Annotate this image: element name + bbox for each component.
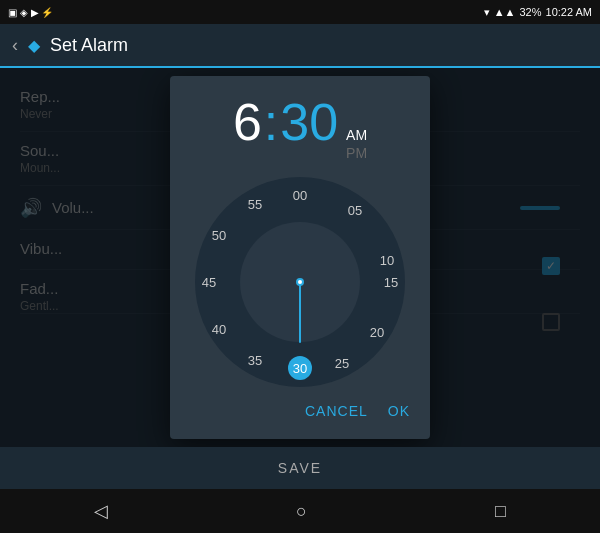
clock-num-45[interactable]: 45 bbox=[197, 270, 221, 294]
svg-point-2 bbox=[298, 280, 302, 284]
clock-face[interactable]: 00 05 10 15 20 25 30 35 40 bbox=[195, 177, 405, 387]
clock-num-40[interactable]: 40 bbox=[207, 317, 231, 341]
modal-overlay: 6 : 30 AM PM bbox=[0, 68, 600, 447]
cancel-button[interactable]: CANCEL bbox=[305, 403, 368, 419]
notification-icons: ▣ ◈ ▶ ⚡ bbox=[8, 7, 53, 18]
clock: 10:22 AM bbox=[546, 6, 592, 18]
back-button[interactable]: ‹ bbox=[12, 35, 18, 56]
am-option[interactable]: AM bbox=[346, 127, 367, 143]
time-colon: : bbox=[264, 96, 278, 148]
clock-num-55[interactable]: 55 bbox=[243, 192, 267, 216]
clock-num-35[interactable]: 35 bbox=[243, 348, 267, 372]
alarm-icon: ◆ bbox=[28, 36, 40, 55]
clock-num-25[interactable]: 25 bbox=[330, 351, 354, 375]
time-picker-dialog: 6 : 30 AM PM bbox=[170, 76, 430, 439]
pm-option[interactable]: PM bbox=[346, 145, 367, 161]
clock-container: 00 05 10 15 20 25 30 35 40 bbox=[195, 177, 405, 387]
time-display: 6 : 30 AM PM bbox=[190, 96, 410, 161]
main-content: Rep... Never Sou... Moun... 🔊 Volu... Vi… bbox=[0, 68, 600, 447]
battery-level: 32% bbox=[519, 6, 541, 18]
clock-num-10[interactable]: 10 bbox=[375, 248, 399, 272]
ampm-toggle[interactable]: AM PM bbox=[346, 127, 367, 161]
minute-display[interactable]: 30 bbox=[280, 96, 338, 148]
clock-num-50[interactable]: 50 bbox=[207, 223, 231, 247]
nav-bar: ◁ ○ □ bbox=[0, 489, 600, 533]
clock-num-15[interactable]: 15 bbox=[379, 270, 403, 294]
top-nav-bar: ‹ ◆ Set Alarm bbox=[0, 24, 600, 68]
hour-display[interactable]: 6 bbox=[233, 96, 262, 148]
status-bar: ▣ ◈ ▶ ⚡ ▾ ▲▲ 32% 10:22 AM bbox=[0, 0, 600, 24]
wifi-icon: ▲▲ bbox=[494, 6, 516, 18]
dialog-buttons: CANCEL OK bbox=[190, 403, 410, 419]
status-left-icons: ▣ ◈ ▶ ⚡ bbox=[8, 7, 53, 18]
clock-num-20[interactable]: 20 bbox=[365, 320, 389, 344]
ok-button[interactable]: OK bbox=[388, 403, 410, 419]
save-button[interactable]: SAVE bbox=[278, 460, 322, 476]
clock-num-05[interactable]: 05 bbox=[343, 198, 367, 222]
recent-nav-button[interactable]: □ bbox=[495, 501, 506, 522]
signal-icon: ▾ bbox=[484, 6, 490, 19]
clock-num-30[interactable]: 30 bbox=[288, 356, 312, 380]
clock-num-00[interactable]: 00 bbox=[288, 183, 312, 207]
status-right-info: ▾ ▲▲ 32% 10:22 AM bbox=[484, 6, 592, 19]
page-title: Set Alarm bbox=[50, 35, 128, 56]
home-nav-button[interactable]: ○ bbox=[296, 501, 307, 522]
back-nav-button[interactable]: ◁ bbox=[94, 500, 108, 522]
save-bar[interactable]: SAVE bbox=[0, 447, 600, 489]
